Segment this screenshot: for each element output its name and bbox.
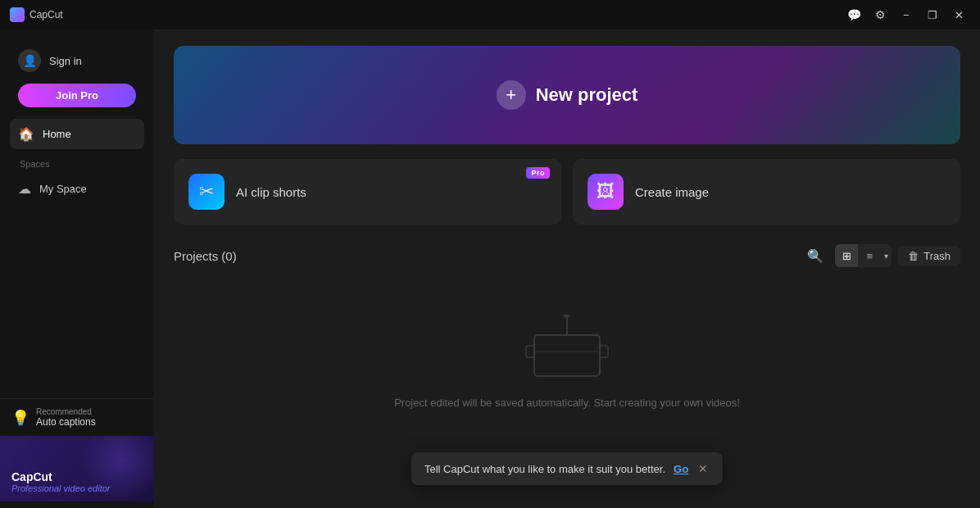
new-project-inner: + New project [497, 80, 638, 110]
trash-icon: 🗑 [908, 250, 919, 262]
titlebar: CapCut 💬 ⚙ − ❐ ✕ [0, 0, 980, 29]
main-layout: 👤 Sign in Join Pro 🏠 Home Spaces ☁ My Sp… [0, 29, 980, 508]
search-icon: 🔍 [807, 248, 823, 264]
titlebar-title: CapCut [29, 9, 63, 20]
sidebar-item-my-space[interactable]: ☁ My Space [10, 174, 144, 204]
create-image-card[interactable]: 🖼 Create image [573, 159, 960, 225]
restore-button[interactable]: ❐ [921, 7, 944, 23]
sidebar-top: 👤 Sign in Join Pro 🏠 Home Spaces ☁ My Sp… [0, 36, 154, 398]
projects-header: Projects (0) 🔍 ⊞ ≡ ▾ 🗑 Trash [174, 243, 960, 269]
sidebar: 👤 Sign in Join Pro 🏠 Home Spaces ☁ My Sp… [0, 29, 154, 508]
search-projects-button[interactable]: 🔍 [802, 243, 828, 269]
recommendation-icon: 💡 [11, 409, 29, 427]
promo-content: CapCut Professional video editor [11, 470, 110, 493]
settings-button[interactable]: ⚙ [869, 7, 892, 23]
promo-subtitle: Professional video editor [11, 483, 110, 493]
rec-title: Auto captions [36, 416, 96, 428]
projects-title: Projects (0) [174, 249, 237, 263]
list-view-button[interactable]: ≡ [858, 244, 881, 267]
grid-icon: ⊞ [842, 250, 851, 262]
titlebar-controls: 💬 ⚙ − ❐ ✕ [842, 7, 970, 23]
create-image-label: Create image [635, 185, 709, 199]
rec-label: Recommended [36, 407, 96, 416]
my-space-icon: ☁ [18, 181, 31, 197]
empty-state: Project edited will be saved automatical… [174, 282, 960, 425]
empty-state-illustration [518, 315, 616, 383]
sign-in-label: Sign in [49, 55, 82, 67]
recommendation-box[interactable]: 💡 Recommended Auto captions [0, 399, 154, 436]
sign-in-row[interactable]: 👤 Sign in [10, 43, 144, 79]
trash-label: Trash [923, 250, 951, 262]
svg-rect-4 [526, 346, 534, 357]
toast-message: Tell CapCut what you like to make it sui… [424, 463, 665, 475]
svg-point-2 [564, 315, 570, 318]
home-label: Home [43, 128, 71, 140]
empty-state-text: Project edited will be saved automatical… [394, 397, 740, 409]
toast-close-button[interactable]: ✕ [696, 462, 710, 475]
sidebar-bottom: 💡 Recommended Auto captions CapCut Profe… [0, 398, 154, 501]
new-project-plus-icon: + [497, 80, 526, 110]
app-logo-icon [10, 7, 25, 22]
rec-text: Recommended Auto captions [36, 407, 96, 428]
ai-clip-icon: ✂ [188, 174, 225, 210]
grid-view-button[interactable]: ⊞ [835, 244, 858, 267]
home-icon: 🏠 [18, 126, 34, 142]
sidebar-item-home[interactable]: 🏠 Home [10, 119, 144, 149]
promo-title: CapCut [11, 470, 110, 483]
new-project-banner[interactable]: + New project [174, 46, 960, 144]
minimize-button[interactable]: − [895, 7, 918, 23]
svg-rect-0 [534, 335, 600, 376]
join-pro-button[interactable]: Join Pro [18, 84, 136, 107]
close-button[interactable]: ✕ [947, 7, 970, 23]
my-space-label: My Space [39, 183, 87, 195]
pro-badge: Pro [526, 167, 550, 179]
toast-notification: Tell CapCut what you like to make it sui… [411, 452, 723, 485]
main-content: + New project ✂ AI clip shorts Pro 🖼 Cre… [154, 29, 980, 508]
feedback-button[interactable]: 💬 [842, 7, 865, 23]
svg-rect-5 [600, 346, 608, 357]
ai-clip-shorts-card[interactable]: ✂ AI clip shorts Pro [174, 159, 561, 225]
projects-actions: 🔍 ⊞ ≡ ▾ 🗑 Trash [802, 243, 960, 269]
view-toggle: ⊞ ≡ ▾ [835, 244, 892, 267]
avatar-icon: 👤 [18, 49, 41, 72]
new-project-label: New project [536, 84, 638, 106]
create-image-icon: 🖼 [588, 174, 624, 210]
view-chevron-icon[interactable]: ▾ [881, 252, 892, 261]
capcut-promo-banner[interactable]: CapCut Professional video editor [0, 436, 154, 501]
titlebar-left: CapCut [10, 7, 63, 22]
trash-button[interactable]: 🗑 Trash [898, 246, 960, 266]
ai-clip-shorts-label: AI clip shorts [236, 185, 306, 199]
toast-go-button[interactable]: Go [674, 463, 688, 475]
list-icon: ≡ [866, 250, 873, 262]
spaces-section-label: Spaces [10, 149, 144, 174]
quick-actions: ✂ AI clip shorts Pro 🖼 Create image [174, 159, 960, 225]
